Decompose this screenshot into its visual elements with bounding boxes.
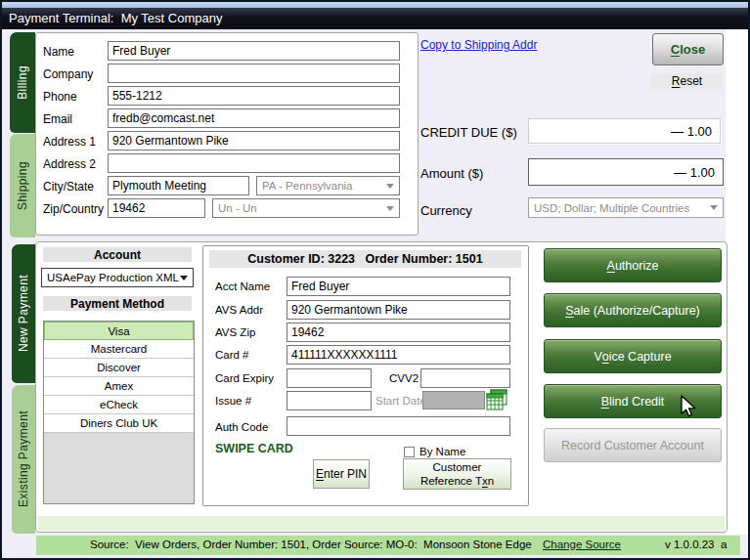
country-select[interactable]: Un - Un — [212, 198, 400, 218]
record-customer-account-button: Record Customer Account — [544, 428, 722, 462]
phone-input[interactable] — [108, 86, 400, 106]
payment-method-echeck[interactable]: eCheck — [44, 396, 194, 414]
cvv2-input[interactable] — [420, 368, 510, 388]
state-select[interactable]: PA - Pennsylvania — [256, 176, 400, 195]
customer-reference-line1: Customer — [433, 460, 482, 474]
tab-existing-payment-label: Existing Payment — [17, 410, 30, 507]
email-input[interactable] — [108, 108, 400, 128]
payment-method-amex[interactable]: Amex — [44, 377, 194, 396]
payment-method-list: Visa Mastercard Discover Amex eCheck Din… — [43, 321, 195, 504]
card-number-input[interactable] — [287, 345, 510, 365]
authorize-button[interactable]: Authorize — [544, 248, 722, 282]
country-select-value: Un - Un — [218, 202, 386, 214]
tab-existing-payment[interactable]: Existing Payment — [12, 385, 35, 534]
email-label: Email — [43, 112, 72, 126]
payment-method-visa[interactable]: Visa — [44, 322, 194, 340]
currency-label: Currency — [420, 203, 472, 218]
credit-due-label: CREDIT DUE ($) — [420, 125, 517, 140]
credit-due-field[interactable]: — 1.00 — [528, 118, 721, 144]
amount-label: Amount ($) — [420, 166, 483, 181]
status-bar: Source: View Orders, Order Number: 1501,… — [36, 536, 740, 555]
voice-capture-button[interactable]: Voice Capture — [544, 339, 722, 373]
enter-pin-button[interactable]: Enter PIN — [313, 459, 370, 489]
close-button[interactable]: Close — [652, 33, 724, 65]
right-margin-strip — [726, 29, 748, 535]
auth-code-input[interactable] — [287, 416, 510, 436]
phone-label: Phone — [43, 90, 77, 104]
city-state-label: City/State — [43, 180, 94, 194]
address2-label: Address 2 — [43, 157, 96, 171]
currency-select-value: USD; Dollar; Multiple Countries — [534, 202, 710, 214]
chevron-down-icon — [710, 205, 718, 210]
card-expiry-label: Card Expiry — [215, 372, 274, 384]
address1-input[interactable] — [108, 131, 400, 151]
chevron-down-icon — [386, 184, 394, 189]
state-select-value: PA - Pennsylvania — [262, 180, 386, 192]
swipe-card-label: SWIPE CARD — [215, 442, 293, 455]
start-date-label: Start Date — [375, 395, 426, 407]
customer-order-header: Customer ID: 3223 Order Number: 1501 — [209, 250, 521, 268]
tab-billing-label: Billing — [16, 65, 29, 100]
issue-number-input[interactable] — [287, 391, 372, 410]
card-number-label: Card # — [215, 349, 249, 361]
by-name-label: By Name — [419, 446, 465, 457]
avs-zip-input[interactable] — [287, 323, 510, 342]
version-text: v 1.0.0.23 a — [665, 538, 727, 550]
by-name-checkbox[interactable] — [404, 447, 415, 457]
status-source-text: Source: View Orders, Order Number: 1501,… — [90, 538, 532, 550]
cvv2-label: CVV2 — [389, 372, 419, 384]
issue-number-label: Issue # — [215, 395, 251, 407]
zip-input[interactable] — [108, 198, 205, 218]
change-source-link[interactable]: Change Source — [543, 538, 621, 550]
panel-footer-strip — [38, 516, 725, 531]
title-bar[interactable]: Payment Terminal: My Test Company — [0, 0, 750, 29]
acct-name-input[interactable] — [287, 277, 510, 296]
amount-field[interactable]: — 1.00 — [528, 158, 724, 186]
tab-shipping-label: Shipping — [16, 161, 29, 210]
city-input[interactable] — [108, 176, 249, 195]
titlebar-gradient-strip — [0, 0, 750, 8]
address2-input[interactable] — [108, 153, 400, 173]
tab-new-payment[interactable]: New Payment — [12, 244, 35, 383]
account-select-value: USAePay Production XML — [47, 272, 180, 283]
account-header: Account — [43, 247, 192, 262]
avs-addr-input[interactable] — [287, 300, 510, 320]
payment-method-discover[interactable]: Discover — [44, 359, 194, 377]
avs-addr-label: AVS Addr — [215, 304, 263, 316]
name-input[interactable] — [108, 41, 400, 61]
customer-reference-txn-button[interactable]: Customer Reference Txn — [403, 458, 511, 490]
payment-method-mastercard[interactable]: Mastercard — [44, 340, 194, 359]
tab-billing[interactable]: Billing — [10, 32, 35, 133]
payment-method-header: Payment Method — [43, 296, 192, 311]
company-label: Company — [43, 67, 93, 81]
start-date-field — [422, 391, 485, 409]
tab-new-payment-label: New Payment — [17, 275, 30, 352]
payment-method-diners[interactable]: Diners Club UK — [44, 414, 194, 433]
chevron-down-icon — [180, 276, 188, 280]
blind-credit-button[interactable]: Blind Credit — [544, 384, 722, 418]
zip-country-label: Zip/Country — [43, 202, 104, 216]
card-expiry-input[interactable] — [287, 368, 372, 388]
avs-zip-label: AVS Zip — [215, 326, 255, 338]
window-title: Payment Terminal: My Test Company — [0, 8, 750, 29]
name-label: Name — [43, 45, 74, 59]
acct-name-label: Acct Name — [215, 280, 270, 292]
account-select[interactable]: USAePay Production XML — [41, 268, 194, 287]
reset-button[interactable]: Reset — [651, 73, 723, 89]
customer-reference-line2: Reference Txn — [420, 474, 494, 488]
copy-to-shipping-link[interactable]: Copy to Shipping Addr — [420, 38, 537, 52]
sale-authorize-capture-button[interactable]: Sale (Authorize/Capture) — [544, 293, 722, 327]
auth-code-label: Auth Code — [215, 421, 268, 433]
tab-shipping[interactable]: Shipping — [10, 134, 35, 237]
chevron-down-icon — [386, 206, 394, 211]
payment-terminal-window: Payment Terminal: My Test Company Billin… — [0, 0, 750, 560]
address1-label: Address 1 — [43, 135, 96, 149]
company-input[interactable] — [108, 64, 400, 83]
calendar-icon[interactable] — [486, 389, 507, 410]
currency-select[interactable]: USD; Dollar; Multiple Countries — [528, 197, 724, 218]
